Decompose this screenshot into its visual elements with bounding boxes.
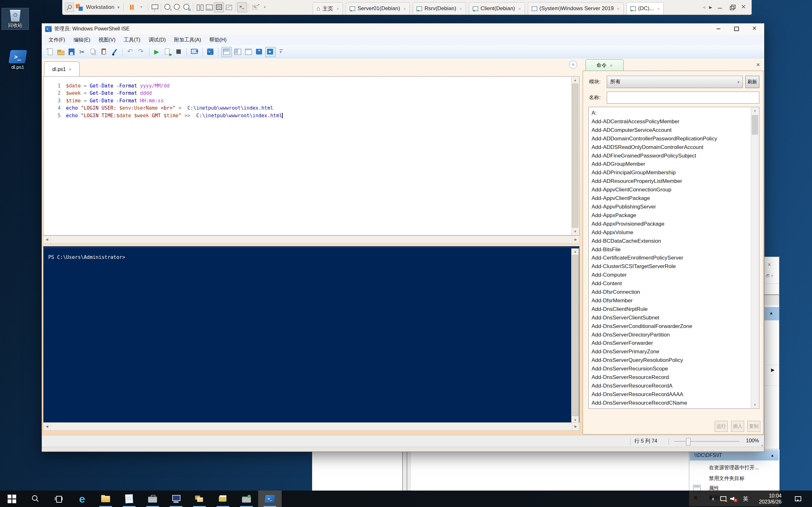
ise-title-bar[interactable]: >_ 管理员: Windows PowerShell ISE — [42, 23, 764, 35]
command-list-item[interactable]: Add-ADGroupMember — [589, 160, 750, 169]
close-tab-icon[interactable]: × — [336, 6, 339, 11]
clear-pane-icon[interactable] — [110, 47, 119, 57]
taskbar-shared-folders-icon[interactable] — [188, 491, 211, 507]
restore-close-icons[interactable]: 🗗 × — [764, 274, 779, 284]
close-button[interactable] — [740, 3, 748, 11]
command-list-item[interactable]: Add-DnsServerPrimaryZone — [589, 348, 750, 356]
scroll-up-icon[interactable]: ∧ — [751, 107, 759, 114]
taskbar-computer-management-icon[interactable] — [164, 491, 188, 507]
command-list-item[interactable]: Add-DnsServerDirectoryPartition — [589, 331, 750, 339]
command-list-item[interactable]: Add-AppvClientPackage — [589, 194, 750, 203]
scroll-up-icon[interactable]: ▲ — [571, 77, 579, 83]
command-list-item[interactable]: Add-DfsrConnection — [589, 288, 750, 297]
commands-list[interactable]: A:Add-ADCentralAccessPolicyMemberAdd-ADC… — [589, 107, 759, 409]
restore-button[interactable] — [728, 3, 736, 11]
script-editor[interactable]: 1$date = Get-Date -Format yyyy/MM/dd2$we… — [43, 76, 579, 235]
close-icon[interactable]: × — [768, 262, 771, 268]
close-tab-icon[interactable]: × — [68, 66, 71, 72]
command-list-item[interactable]: Add-Computer — [589, 271, 750, 279]
close-panel-icon[interactable]: × — [754, 60, 762, 69]
collapse-arrow-icon[interactable]: ▲ — [770, 453, 774, 458]
chevron-down-icon[interactable]: ▼ — [117, 6, 120, 9]
vm-tab[interactable]: Client(Debian)× — [469, 2, 525, 14]
command-list-item[interactable]: Add-DnsServerForwarder — [589, 339, 750, 348]
menu-视图V[interactable]: 视图(V) — [95, 35, 119, 45]
command-list-item[interactable]: Add-DnsServerConditionalForwarderZone — [589, 322, 750, 331]
menu-item-open-in-explorer[interactable]: 在资源管理器中打开... — [709, 464, 759, 471]
close-tab-icon[interactable]: × — [518, 6, 521, 11]
insert-button[interactable]: 插入 — [731, 421, 744, 432]
revert-snapshot-icon[interactable] — [172, 3, 182, 12]
collapse-script-pane-button[interactable]: ∧ — [569, 60, 577, 69]
show-pane-right-icon[interactable] — [265, 47, 275, 57]
taskbar-powershell-icon[interactable]: >_ — [258, 491, 282, 507]
command-list-item[interactable]: Add-DnsServerRecursionScope — [589, 365, 750, 373]
run-selection-icon[interactable] — [163, 47, 173, 57]
menu-文件F[interactable]: 文件(F) — [44, 35, 69, 45]
pause-icon[interactable] — [127, 3, 137, 12]
command-list-item[interactable]: Add-DnsServerResourceRecordCName — [589, 399, 750, 407]
zoom-slider[interactable] — [674, 441, 740, 442]
close-button[interactable] — [745, 24, 763, 33]
command-list-item[interactable]: Add-DnsServerResourceRecordA — [589, 382, 750, 390]
menu-编辑E[interactable]: 编辑(E) — [69, 35, 94, 45]
editor-horizontal-scrollbar[interactable]: ◀ ▶ — [43, 235, 579, 244]
paste-icon[interactable] — [99, 47, 109, 57]
run-button[interactable]: 运行 — [715, 421, 728, 432]
menu-帮助H[interactable]: 帮助(H) — [205, 35, 231, 45]
ctrl-alt-del-icon[interactable] — [150, 3, 159, 12]
command-list-item[interactable]: Add-DnsServerResourceRecordAAAA — [589, 390, 750, 399]
manage-snapshots-icon[interactable] — [182, 3, 191, 12]
pin-toolbar-icon[interactable] — [65, 3, 74, 12]
show-hidden-icons-icon[interactable]: ∧ — [709, 491, 717, 507]
scroll-right-icon[interactable]: ▶ — [572, 236, 579, 243]
taskbar-search-button[interactable] — [23, 491, 47, 507]
start-powershell-icon[interactable] — [206, 47, 215, 57]
open-script-icon[interactable] — [56, 47, 66, 57]
command-list-item[interactable]: Add-BitsFile — [589, 245, 750, 254]
command-list-item[interactable]: Add-DnsServerClientSubnet — [589, 314, 750, 322]
editor-vertical-scrollbar[interactable]: ▲ ▼ — [571, 77, 579, 235]
fullscreen-icon[interactable] — [214, 2, 224, 12]
workstation-menu[interactable]: Workstation — [86, 4, 114, 10]
desktop-icon-dlps1[interactable]: >_ dl.ps1 — [7, 50, 29, 70]
scroll-left-icon[interactable]: ◀ — [44, 236, 51, 243]
taskbar-start-button[interactable] — [0, 491, 23, 507]
maximize-button[interactable] — [727, 24, 745, 33]
menu-item-disable-folder-target[interactable]: 禁用文件夹目标 — [709, 475, 745, 482]
new-script-icon[interactable] — [45, 47, 55, 57]
command-list-item[interactable]: Add-DnsClientNrptRule — [589, 305, 750, 314]
menu-附加工具A[interactable]: 附加工具(A) — [170, 35, 205, 45]
close-tab-icon[interactable]: × — [617, 6, 620, 11]
taskbar-file-explorer-icon[interactable] — [94, 491, 117, 507]
command-list-item[interactable]: Add-ADComputerServiceAccount — [589, 126, 750, 135]
menu-工具T[interactable]: 工具(T) — [119, 35, 144, 45]
close-tab-icon[interactable]: × — [403, 6, 406, 11]
scale-arrow-icon[interactable] — [260, 3, 270, 12]
taskbar-internet-explorer-icon[interactable]: e — [70, 491, 94, 507]
scrollbar-thumb[interactable] — [572, 255, 578, 416]
command-list-item[interactable]: Add-AppvPublishingServer — [589, 203, 750, 211]
close-tab-icon[interactable]: × — [459, 6, 462, 11]
vm-tab[interactable]: Rsrv(Debian)× — [413, 2, 466, 14]
show-pane-top-icon[interactable] — [254, 47, 264, 57]
console-vertical-scrollbar[interactable]: ▲ ▼ — [571, 248, 579, 424]
taskbar-address-book-icon[interactable] — [211, 491, 235, 507]
pause-arrow-icon[interactable] — [137, 3, 146, 12]
command-list-item[interactable]: Add-ADResourcePropertyListMember — [589, 177, 750, 186]
vm-tab[interactable]: Server01(Debian)× — [346, 2, 410, 14]
cut-icon[interactable] — [78, 47, 87, 57]
display-scale-icon[interactable] — [251, 3, 260, 12]
scroll-down-icon[interactable]: ▼ — [571, 228, 579, 235]
run-script-icon[interactable] — [152, 47, 162, 57]
scroll-down-icon[interactable]: ∨ — [751, 401, 759, 408]
scroll-right-icon[interactable]: ▶ — [572, 423, 579, 430]
remote-tab-icon[interactable] — [190, 47, 200, 57]
unity-icon[interactable] — [224, 3, 234, 12]
console-view-icon[interactable] — [237, 2, 247, 12]
name-filter-input[interactable] — [607, 92, 759, 104]
desktop-icon-recycle-bin[interactable]: 回收站 — [2, 8, 29, 30]
redo-icon[interactable] — [136, 47, 146, 57]
command-list-item[interactable]: Add-BCDataCacheExtension — [589, 237, 750, 245]
command-list-item[interactable]: Add-ADCentralAccessPolicyMember — [589, 118, 750, 126]
